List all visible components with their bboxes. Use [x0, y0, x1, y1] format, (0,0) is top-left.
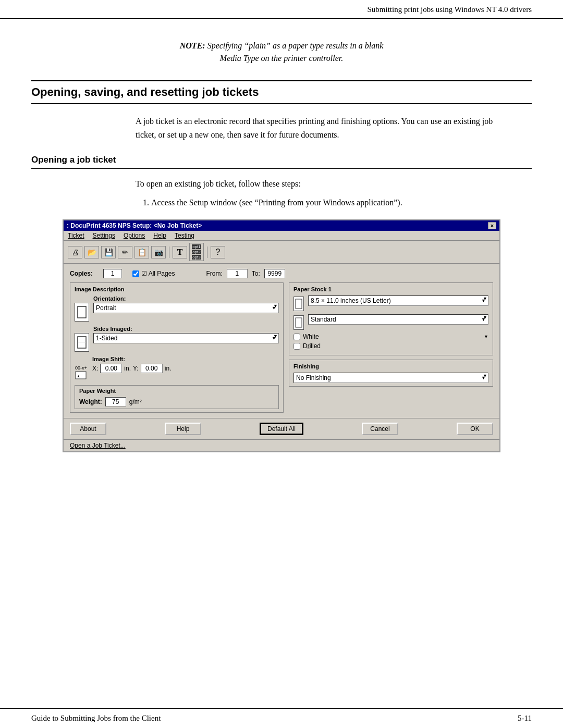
step-intro-text: To open an existing job ticket, follow t… — [136, 177, 500, 191]
step-list: Access the Setup window (see “Printing f… — [151, 196, 500, 209]
sides-imaged-label: Sides Imaged: — [93, 326, 279, 332]
finishing-title: Finishing — [293, 363, 488, 369]
cancel-button[interactable]: Cancel — [362, 423, 398, 435]
image-shift-xy: X: in. Y: in. — [92, 364, 171, 373]
x-label: X: — [92, 365, 98, 372]
toolbar-options-btn[interactable]: opt1 opt2 opt3 — [189, 243, 204, 261]
sides-imaged-arrow: ▼ — [272, 336, 276, 341]
paper-size-value: 8.5 × 11.0 inches (US Letter) — [311, 297, 391, 304]
toolbar-help-btn[interactable]: ? — [211, 246, 225, 258]
menu-options[interactable]: Options — [124, 232, 145, 239]
paper-type-value: Standard — [311, 316, 336, 323]
toolbar-list-btn[interactable]: 📋 — [134, 246, 149, 258]
image-shift-label: Image Shift: — [92, 356, 171, 362]
dialog-main-columns: Image Description Orientation: Portrait … — [70, 282, 493, 413]
menu-help[interactable]: Help — [153, 232, 166, 239]
toolbar-camera-btn[interactable]: 📷 — [151, 246, 166, 258]
svg-text:00-x+: 00-x+ — [75, 365, 87, 371]
y-unit: in. — [165, 365, 172, 372]
sides-imaged-row: Sides Imaged: 1-Sided ▼ — [75, 326, 279, 352]
note-block: NOTE: Specifying “plain” as a paper type… — [31, 40, 532, 65]
paper-weight-group: Paper Weight Weight: g/m² — [75, 385, 279, 409]
paper-weight-row: Weight: g/m² — [79, 397, 274, 406]
drilled-checkbox[interactable] — [293, 343, 300, 350]
body-text-content: A job ticket is an electronic record tha… — [136, 117, 493, 139]
orientation-icon — [75, 303, 89, 322]
subsection-title: Opening a job ticket — [31, 155, 532, 165]
sides-imaged-icon — [75, 333, 89, 352]
toolbar-text-btn[interactable]: T — [173, 246, 187, 258]
section-heading: Opening, saving, and resetting job ticke… — [31, 80, 532, 104]
finishing-group: Finishing No Finishing ▼ — [289, 360, 493, 387]
image-shift-fields: Image Shift: X: in. Y: in. — [92, 356, 171, 373]
paper-type-select-wrapper: Standard ▼ — [308, 314, 488, 325]
drilled-checkbox-row: Drilled — [293, 342, 488, 350]
dialog-statusbar[interactable]: Open a Job Ticket... — [64, 439, 499, 451]
white-checkbox-row: White ▼ — [293, 333, 488, 340]
all-pages-checkbox[interactable] — [132, 270, 139, 277]
page-header: Submitting print jobs using Windows NT 4… — [0, 0, 563, 19]
drilled-label: Drilled — [303, 342, 321, 350]
white-select-arrow: ▼ — [484, 334, 488, 339]
paper-stock-row2: Standard ▼ — [293, 314, 488, 330]
ok-button[interactable]: OK — [457, 423, 493, 435]
weight-unit: g/m² — [129, 398, 142, 405]
dialog-buttons-row: About Help Default All Cancel OK — [64, 418, 499, 439]
paper-stock-icon2 — [293, 315, 304, 330]
section-title: Opening, saving, and resetting job ticke… — [31, 85, 532, 99]
paper-stock-row1: 8.5 × 11.0 inches (US Letter) ▼ — [293, 295, 488, 311]
default-all-button[interactable]: Default All — [260, 423, 303, 435]
x-input[interactable] — [100, 364, 122, 373]
copies-input[interactable] — [103, 269, 122, 278]
about-button[interactable]: About — [70, 423, 106, 435]
y-label: Y: — [133, 365, 139, 372]
toolbar-print-btn[interactable]: 🖨 — [68, 246, 82, 258]
statusbar-text: Open a Job Ticket... — [70, 442, 126, 449]
svg-text:▲: ▲ — [77, 374, 80, 378]
paper-type-arrow: ▼ — [481, 317, 486, 322]
image-shift-icon: 00-x+ ▲ — [75, 364, 89, 381]
from-to-row: From: To: — [206, 269, 285, 278]
finishing-arrow: ▼ — [481, 375, 486, 380]
footer-left: Guide to Submitting Jobs from the Client — [31, 714, 161, 723]
right-column: Paper Stock 1 8.5 × 11.0 inches (US Lett… — [289, 282, 493, 413]
all-pages-checkbox-row: ☑ All Pages — [132, 270, 175, 277]
orientation-select[interactable]: Portrait ▼ — [93, 303, 279, 313]
paper-type-select[interactable]: Standard ▼ — [308, 314, 488, 325]
menu-ticket[interactable]: Ticket — [68, 232, 84, 239]
svg-rect-0 — [78, 306, 86, 318]
sides-imaged-select[interactable]: 1-Sided ▼ — [93, 333, 279, 343]
all-pages-label: ☑ All Pages — [141, 270, 175, 277]
dialog-close-button[interactable]: × — [488, 222, 496, 229]
from-label: From: — [206, 270, 222, 277]
image-shift-row: 00-x+ ▲ Image Shift: X: in. — [75, 356, 279, 381]
paper-size-select[interactable]: 8.5 × 11.0 inches (US Letter) ▼ — [308, 295, 488, 306]
body-paragraph: A job ticket is an electronic record tha… — [136, 115, 500, 141]
orientation-select-wrapper: Portrait ▼ — [93, 303, 279, 313]
from-input[interactable] — [227, 269, 248, 278]
dialog-title: : DocuPrint 4635 NPS Setup: <No Job Tick… — [67, 222, 202, 229]
toolbar-save-btn[interactable]: 💾 — [101, 246, 116, 258]
image-desc-title: Image Description — [75, 286, 279, 292]
paper-type-selects: Standard ▼ — [308, 314, 488, 325]
sides-imaged-select-wrapper: 1-Sided ▼ — [93, 333, 279, 343]
help-button[interactable]: Help — [165, 423, 201, 435]
orientation-field: Orientation: Portrait ▼ — [93, 295, 279, 313]
toolbar-separator — [169, 246, 169, 258]
weight-input[interactable] — [105, 397, 126, 406]
menu-testing[interactable]: Testing — [175, 232, 194, 239]
dialog-window: : DocuPrint 4635 NPS Setup: <No Job Tick… — [63, 219, 500, 452]
paper-size-arrow: ▼ — [481, 298, 486, 303]
dialog-body: Copies: ☑ All Pages From: To: Image Desc… — [64, 264, 499, 418]
finishing-select[interactable]: No Finishing ▼ — [293, 373, 488, 383]
menu-settings[interactable]: Settings — [93, 232, 115, 239]
toolbar-edit-btn[interactable]: ✏ — [118, 246, 132, 258]
subsection-heading: Opening a job ticket — [31, 152, 532, 169]
copies-label: Copies: — [70, 270, 93, 277]
white-checkbox[interactable] — [293, 334, 300, 340]
toolbar-open-btn[interactable]: 📂 — [84, 246, 99, 258]
paper-size-select-wrapper: 8.5 × 11.0 inches (US Letter) ▼ — [308, 295, 488, 306]
to-input[interactable] — [264, 269, 285, 278]
footer-right: 5-11 — [518, 714, 532, 723]
y-input[interactable] — [141, 364, 163, 373]
